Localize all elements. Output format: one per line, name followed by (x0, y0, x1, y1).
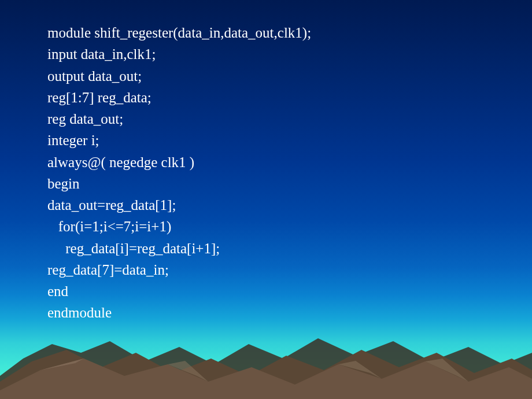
code-line-4: reg[1:7] reg_data; (47, 87, 311, 108)
code-line-1: module shift_regester(data_in,data_out,c… (47, 22, 311, 43)
code-line-8: begin (47, 173, 311, 194)
code-line-11: reg_data[i]=reg_data[i+1]; (47, 238, 311, 259)
code-line-9: data_out=reg_data[1]; (47, 194, 311, 216)
code-line-2: input data_in,clk1; (47, 43, 311, 65)
code-line-12: reg_data[7]=data_in; (47, 259, 311, 280)
code-line-14: endmodule (47, 302, 311, 323)
code-line-3: output data_out; (47, 65, 311, 87)
code-line-10: for(i=1;i<=7;i=i+1) (47, 216, 311, 237)
code-line-7: always@( negedge clk1 ) (47, 152, 311, 173)
code-line-6: integer i; (47, 130, 311, 151)
mountains-decoration (0, 318, 532, 399)
code-line-5: reg data_out; (47, 108, 311, 130)
code-block: module shift_regester(data_in,data_out,c… (47, 22, 311, 324)
code-line-13: end (47, 280, 311, 302)
